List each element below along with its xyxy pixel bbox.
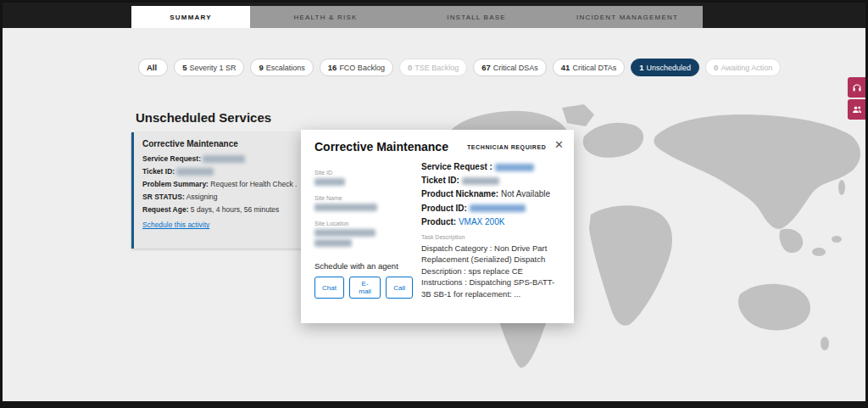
filter-awaiting-action: 0 Awaiting Action: [705, 59, 781, 76]
tab-summary[interactable]: SUMMARY: [131, 6, 250, 28]
redacted-modal-service-request: [495, 164, 534, 171]
filter-tse-backlog: 0 TSE Backlog: [399, 59, 467, 76]
filter-fco-backlog[interactable]: 16 FCO Backlog: [320, 59, 393, 76]
email-button[interactable]: E-mail: [349, 277, 381, 299]
people-icon: [852, 104, 862, 115]
card-title: Corrective Maintenance: [142, 139, 238, 148]
task-description-label: Task Description: [421, 234, 564, 240]
community-button[interactable]: [848, 99, 865, 120]
myservice360-dashboard: SUMMARY HEALTH & RISK INSTALL BASE INCID…: [0, 0, 868, 408]
right-action-rail: [848, 77, 865, 120]
corrective-maintenance-modal: ✕ Corrective Maintenance TECHNICIAN REQU…: [301, 130, 574, 323]
redacted-site-location-2: [314, 239, 352, 247]
filter-severity-1-sr[interactable]: 5 Severity 1 SR: [174, 59, 244, 76]
support-contact-button[interactable]: [848, 77, 865, 98]
bottom-frame-bar: [3, 401, 865, 405]
product-link[interactable]: VMAX 200K: [459, 217, 504, 226]
filter-critical-dsas[interactable]: 67 Critical DSAs: [473, 59, 547, 76]
schedule-with-agent-label: Schedule with an agent: [314, 261, 413, 271]
modal-title: Corrective Maintenance: [314, 140, 448, 154]
card-ticket-id-row: Ticket ID:: [142, 165, 323, 178]
page-title: Unscheduled Services: [136, 110, 271, 125]
card-problem-summary-row: Problem Summary: Request for Health Chec…: [142, 178, 323, 191]
close-icon[interactable]: ✕: [554, 138, 564, 151]
card-service-request-row: Service Request:: [142, 153, 323, 165]
technician-required-badge: TECHNICIAN REQUIRED: [467, 144, 546, 150]
tab-health-risk[interactable]: HEALTH & RISK: [250, 6, 401, 28]
redacted-product-id: [470, 204, 526, 212]
headset-icon: [852, 82, 862, 92]
site-id-label: Site ID: [314, 170, 413, 176]
redacted-site-name: [314, 204, 377, 211]
site-location-label: Site Location: [314, 221, 413, 226]
modal-product-id-row: Product ID:: [421, 202, 564, 215]
tab-install-base[interactable]: INSTALL BASE: [401, 6, 552, 28]
modal-product-row: Product: VMAX 200K: [421, 215, 564, 229]
modal-details-column: Service Request : Ticket ID: Product Nic…: [413, 160, 564, 299]
tab-strip: SUMMARY HEALTH & RISK INSTALL BASE INCID…: [131, 6, 703, 28]
filter-pill-row: All 5 Severity 1 SR 9 Escalations 16 FCO…: [138, 59, 781, 76]
modal-site-column: Site ID Site Name Site Location Schedule…: [314, 160, 413, 299]
filter-all[interactable]: All: [138, 59, 168, 76]
task-description-text: Dispatch Category : Non Drive Part Repla…: [421, 243, 564, 299]
modal-ticket-id-row: Ticket ID:: [421, 174, 564, 187]
filter-all-label: All: [147, 63, 157, 72]
redacted-service-request: [203, 155, 245, 163]
redacted-site-location-1: [314, 229, 376, 237]
card-sr-status-row: SR STATUS: Assigning: [142, 191, 323, 204]
card-request-age-row: Request Age: 5 days, 4 hours, 56 minutes: [142, 204, 323, 216]
modal-service-request-row: Service Request :: [421, 160, 564, 174]
redacted-modal-ticket-id: [462, 177, 499, 185]
site-name-label: Site Name: [314, 195, 413, 201]
top-navigation-bar: SUMMARY HEALTH & RISK INSTALL BASE INCID…: [3, 3, 865, 28]
filter-critical-dtas[interactable]: 41 Critical DTAs: [553, 59, 625, 76]
redacted-ticket-id: [176, 168, 214, 176]
redacted-site-id: [314, 178, 345, 186]
filter-escalations[interactable]: 9 Escalations: [250, 59, 313, 76]
schedule-activity-link[interactable]: Schedule this activity: [142, 221, 209, 229]
call-button[interactable]: Call: [386, 277, 413, 299]
filter-unscheduled[interactable]: 1 Unscheduled: [631, 59, 699, 76]
chat-button[interactable]: Chat: [314, 277, 344, 299]
modal-product-nickname-row: Product Nickname: Not Available: [421, 187, 564, 201]
tab-incident-management[interactable]: INCIDENT MANAGEMENT: [552, 6, 703, 28]
